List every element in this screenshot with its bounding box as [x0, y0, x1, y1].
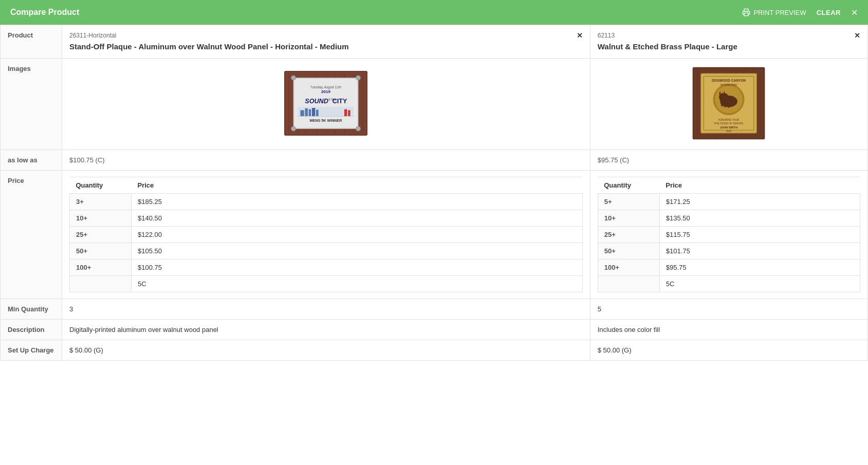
product-image-2: DOGWOOD CANYON NATURE PARK HONORING YOUR… — [682, 65, 775, 142]
price-tier-row: 25+ $115.75 — [598, 226, 860, 243]
svg-text:Tuesday, August 11th: Tuesday, August 11th — [310, 85, 342, 89]
svg-rect-27 — [312, 108, 315, 116]
clear-button[interactable]: CLEAR — [817, 9, 841, 16]
svg-point-16 — [291, 126, 296, 131]
price-10plus-2: $135.50 — [659, 210, 860, 226]
qty-5plus: 5+ — [598, 193, 659, 210]
svg-rect-28 — [316, 109, 319, 116]
price-tier-row: 10+ $135.50 — [598, 210, 860, 226]
page-title: Compare Product — [10, 8, 79, 17]
product-id-2: 62113 ✕ — [598, 31, 860, 40]
print-preview-button[interactable]: PRINT PREVIEW — [742, 8, 806, 16]
svg-point-15 — [356, 76, 361, 80]
qty-25plus-2: 25+ — [598, 226, 659, 243]
svg-text:CITY: CITY — [333, 98, 347, 105]
images-label: Images — [1, 58, 62, 150]
qty-header-2: Quantity — [598, 177, 659, 193]
svg-rect-30 — [348, 110, 351, 116]
image-cell-2: DOGWOOD CANYON NATURE PARK HONORING YOUR… — [590, 58, 867, 150]
min-quantity-value-2: 5 — [590, 299, 867, 319]
setup-note-qty-1 — [70, 275, 132, 292]
close-product-2[interactable]: ✕ — [854, 31, 860, 40]
price-10plus: $140.50 — [132, 210, 583, 226]
price-row: Price Quantity Price 3+ $185.25 10+ $140… — [1, 170, 868, 299]
price-tier-row: 100+ $95.75 — [598, 259, 860, 275]
qty-25plus: 25+ — [70, 226, 132, 243]
header-actions: PRINT PREVIEW CLEAR ✕ — [742, 8, 858, 17]
min-quantity-row: Min Quantity 3 5 — [1, 299, 868, 319]
price-25plus: $122.00 — [132, 226, 583, 243]
price-tier-row: 10+ $140.50 — [70, 210, 583, 226]
qty-50plus-2: 50+ — [598, 243, 659, 259]
price-5plus: $171.25 — [659, 193, 860, 210]
product-id-1: 26311-Horizontal ✕ — [69, 31, 583, 40]
price-100plus-2: $95.75 — [659, 259, 860, 275]
price-tier-row: 50+ $101.75 — [598, 243, 860, 259]
svg-point-14 — [291, 76, 296, 80]
price-label: Price — [1, 170, 62, 299]
price-3plus: $185.25 — [132, 193, 583, 210]
setup-charge-value-1: $ 50.00 (G) — [62, 340, 590, 360]
svg-text:2019: 2019 — [726, 130, 732, 133]
svg-rect-29 — [344, 109, 347, 116]
product-row: Product 26311-Horizontal ✕ Stand-Off Pla… — [1, 25, 868, 59]
svg-text:NATURE PARK: NATURE PARK — [721, 84, 737, 86]
price-cell-2: Quantity Price 5+ $171.25 10+ $135.50 25… — [590, 170, 867, 299]
svg-rect-26 — [309, 109, 311, 116]
price-50plus: $105.50 — [132, 243, 583, 259]
min-quantity-value-1: 3 — [62, 299, 590, 319]
svg-text:FIVE YEARS OF SERVICE: FIVE YEARS OF SERVICE — [714, 122, 744, 125]
printer-icon — [742, 8, 750, 16]
price-header-1: Price — [132, 177, 583, 193]
svg-rect-51 — [728, 103, 730, 107]
svg-text:DOGWOOD CANYON: DOGWOOD CANYON — [712, 78, 746, 82]
svg-text:JOHN SMITH: JOHN SMITH — [720, 125, 738, 128]
min-quantity-label: Min Quantity — [1, 299, 62, 319]
setup-charge-value-2: $ 50.00 (G) — [590, 340, 867, 360]
description-row: Description Digitally-printed aluminum o… — [1, 319, 868, 340]
as-low-as-label: as low as — [1, 150, 62, 170]
qty-3plus: 3+ — [70, 193, 132, 210]
svg-rect-50 — [724, 103, 726, 107]
setup-note-val-2: 5C — [659, 275, 860, 292]
images-row: Images — [1, 58, 868, 150]
product-cell-1: 26311-Horizontal ✕ Stand-Off Plaque - Al… — [62, 25, 590, 59]
svg-text:HONORING YOUR: HONORING YOUR — [718, 118, 740, 121]
svg-rect-52 — [731, 102, 733, 106]
price-cell-1: Quantity Price 3+ $185.25 10+ $140.50 25… — [62, 170, 590, 299]
description-label: Description — [1, 319, 62, 340]
header-close-icon[interactable]: ✕ — [851, 8, 858, 17]
price-header-2: Price — [659, 177, 860, 193]
price-tier-row: 5+ $171.25 — [598, 193, 860, 210]
setup-note-row-2: 5C — [598, 275, 860, 292]
svg-point-17 — [356, 126, 361, 131]
price-tier-row: 100+ $100.75 — [70, 259, 583, 275]
qty-10plus-2: 10+ — [598, 210, 659, 226]
svg-rect-49 — [721, 101, 723, 106]
product-cell-2: 62113 ✕ Walnut & Etched Brass Plaque - L… — [590, 25, 867, 59]
price-100plus: $100.75 — [132, 259, 583, 275]
compare-table: Product 26311-Horizontal ✕ Stand-Off Pla… — [0, 25, 868, 361]
header: Compare Product PRINT PREVIEW CLEAR ✕ — [0, 0, 868, 25]
close-product-1[interactable]: ✕ — [577, 31, 583, 40]
qty-100plus: 100+ — [70, 259, 132, 275]
product-label: Product — [1, 25, 62, 59]
svg-rect-0 — [744, 13, 748, 15]
svg-text:2019: 2019 — [321, 89, 330, 94]
print-preview-label: PRINT PREVIEW — [753, 9, 806, 16]
price-25plus-2: $115.75 — [659, 226, 860, 243]
as-low-as-value-1: $100.75 (C) — [62, 150, 590, 170]
qty-50plus: 50+ — [70, 243, 132, 259]
price-table-1: Quantity Price 3+ $185.25 10+ $140.50 25… — [69, 177, 583, 292]
setup-charge-label: Set Up Charge — [1, 340, 62, 360]
svg-text:MENS 5K WINNER: MENS 5K WINNER — [310, 118, 343, 123]
qty-header-1: Quantity — [70, 177, 132, 193]
description-value-2: Includes one color fill — [590, 319, 867, 340]
product-image-1: Tuesday, August 11th 2019 SOUND of the C… — [280, 65, 372, 142]
setup-note-val-1: 5C — [132, 275, 583, 292]
product-name-2: Walnut & Etched Brass Plaque - Large — [598, 42, 860, 52]
svg-rect-24 — [301, 110, 304, 116]
setup-charge-row: Set Up Charge $ 50.00 (G) $ 50.00 (G) — [1, 340, 868, 360]
description-value-1: Digitally-printed aluminum over walnut w… — [62, 319, 590, 340]
price-tier-row: 3+ $185.25 — [70, 193, 583, 210]
